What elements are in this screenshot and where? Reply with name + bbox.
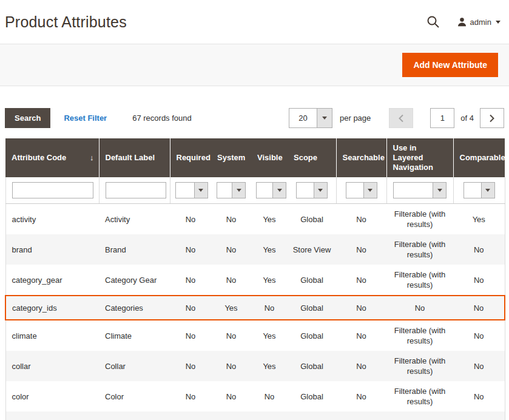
column-label: Scope (294, 153, 317, 162)
column-label: Required (177, 153, 211, 162)
chevron-down-icon (496, 21, 501, 26)
column-label: System (217, 153, 245, 162)
grid-controls: Search Reset Filter 67 records found 20 … (5, 108, 504, 128)
table-row-category_gear[interactable]: category_gearCategory GearNoNoYesGlobalN… (5, 265, 505, 296)
cell-required: No (170, 412, 211, 420)
cell-scope: Global (288, 296, 336, 320)
table-row-category_ids[interactable]: category_idsCategoriesNoYesNoGlobalNoNoN… (5, 296, 505, 320)
header-actions: admin (426, 15, 501, 29)
cell-default-label: Categories (99, 296, 170, 320)
cell-attribute-code: cost (5, 412, 99, 420)
column-header-searchable[interactable]: Searchable (336, 138, 386, 177)
cell-default-label: Activity (99, 204, 170, 235)
cell-attribute-code: category_gear (5, 265, 99, 296)
cell-use-in-layered-navigation: Filterable (with results) (386, 320, 453, 351)
table-row-activity[interactable]: activityActivityNoNoYesGlobalNoFilterabl… (5, 204, 505, 235)
cell-scope: Global (288, 351, 336, 381)
cell-comparable: Yes (453, 204, 505, 235)
filter-input-attribute-code[interactable] (12, 182, 93, 198)
filter-select-comparable[interactable] (463, 182, 495, 198)
filter-cell-system (211, 177, 251, 204)
cell-use-in-layered-navigation: No (386, 296, 453, 320)
column-header-attribute-code[interactable]: Attribute Code↓ (5, 138, 99, 177)
column-header-use-in-layered-navigation[interactable]: Use in Layered Navigation (386, 138, 453, 177)
select-arrow-icon (194, 183, 207, 198)
column-label: Visible (257, 153, 283, 162)
page-header: Product Attributes admin (0, 0, 509, 44)
column-label: Comparable (460, 153, 505, 162)
column-label: Use in Layered Navigation (393, 143, 433, 172)
cell-required: No (170, 351, 211, 381)
filter-select-scope[interactable] (296, 182, 328, 198)
sort-descending-icon: ↓ (90, 153, 94, 163)
table-row-color[interactable]: colorColorNoNoNoGlobalNoFilterable (with… (5, 381, 505, 412)
cell-required: No (170, 265, 211, 296)
column-label: Attribute Code (12, 153, 66, 162)
filter-cell-comparable (453, 177, 505, 204)
cell-searchable: No (336, 296, 386, 320)
cell-use-in-layered-navigation: Filterable (with results) (386, 351, 453, 381)
cell-comparable: No (453, 296, 505, 320)
filter-select-visible[interactable] (256, 182, 286, 198)
cell-visible: Yes (251, 234, 288, 265)
filter-select-value (257, 183, 272, 198)
cell-system: No (211, 412, 251, 420)
cell-searchable: No (336, 234, 386, 265)
cell-system: No (211, 234, 251, 265)
column-header-visible[interactable]: Visible (251, 138, 288, 177)
chevron-right-icon (488, 114, 496, 123)
cell-required: No (170, 234, 211, 265)
filter-cell-visible (251, 177, 288, 204)
cell-attribute-code: color (5, 381, 99, 412)
table-row-cost[interactable]: costCostNoNoNoWeb SiteNoNoNo (5, 412, 505, 420)
column-header-scope[interactable]: Scope (288, 138, 336, 177)
table-row-collar[interactable]: collarCollarNoNoYesGlobalNoFilterable (w… (5, 351, 505, 381)
cell-comparable: No (453, 265, 505, 296)
cell-scope: Global (288, 265, 336, 296)
table-row-climate[interactable]: climateClimateNoNoYesGlobalNoFilterable … (5, 320, 505, 351)
filter-cell-required (170, 177, 211, 204)
cell-scope: Global (288, 204, 336, 235)
cell-default-label: Brand (99, 234, 170, 265)
previous-page-button[interactable] (389, 108, 413, 128)
column-header-required[interactable]: Required (170, 138, 211, 177)
cell-searchable: No (336, 351, 386, 381)
filter-cell-attribute-code (5, 177, 99, 204)
cell-system: No (211, 320, 251, 351)
cell-system: No (211, 381, 251, 412)
filter-select-use-in-layered-navigation[interactable] (393, 182, 447, 198)
cell-default-label: Climate (99, 320, 170, 351)
column-label: Default Label (106, 153, 155, 162)
cell-use-in-layered-navigation: Filterable (with results) (386, 381, 453, 412)
grid-filter-row (5, 177, 505, 204)
column-header-system[interactable]: System (211, 138, 251, 177)
search-button[interactable]: Search (5, 108, 50, 128)
next-page-button[interactable] (480, 108, 504, 128)
cell-comparable: No (453, 234, 505, 265)
filter-select-value (217, 183, 232, 198)
column-header-default-label[interactable]: Default Label (99, 138, 170, 177)
cell-required: No (170, 381, 211, 412)
search-icon[interactable] (426, 15, 440, 29)
filter-cell-default-label (99, 177, 170, 204)
reset-filter-link[interactable]: Reset Filter (64, 113, 107, 123)
filter-input-default-label[interactable] (106, 182, 166, 198)
cell-comparable: No (453, 351, 505, 381)
current-page-input[interactable] (430, 108, 454, 128)
filter-select-value (464, 183, 481, 198)
filter-cell-use-in-layered-navigation (386, 177, 453, 204)
per-page-value: 20 (289, 109, 317, 127)
per-page-select[interactable]: 20 (289, 108, 332, 128)
cell-visible: Yes (251, 204, 288, 235)
cell-searchable: No (336, 320, 386, 351)
cell-scope: Store View (288, 234, 336, 265)
table-row-brand[interactable]: brandBrandNoNoYesStore ViewNoFilterable … (5, 234, 505, 265)
add-new-attribute-button[interactable]: Add New Attribute (402, 53, 498, 77)
filter-select-required[interactable] (175, 182, 208, 198)
column-header-comparable[interactable]: Comparable (453, 138, 505, 177)
filter-select-system[interactable] (217, 182, 246, 198)
cell-default-label: Cost (99, 412, 170, 420)
admin-user-menu[interactable]: admin (457, 17, 501, 27)
select-arrow-icon (317, 109, 332, 127)
filter-select-searchable[interactable] (346, 182, 377, 198)
